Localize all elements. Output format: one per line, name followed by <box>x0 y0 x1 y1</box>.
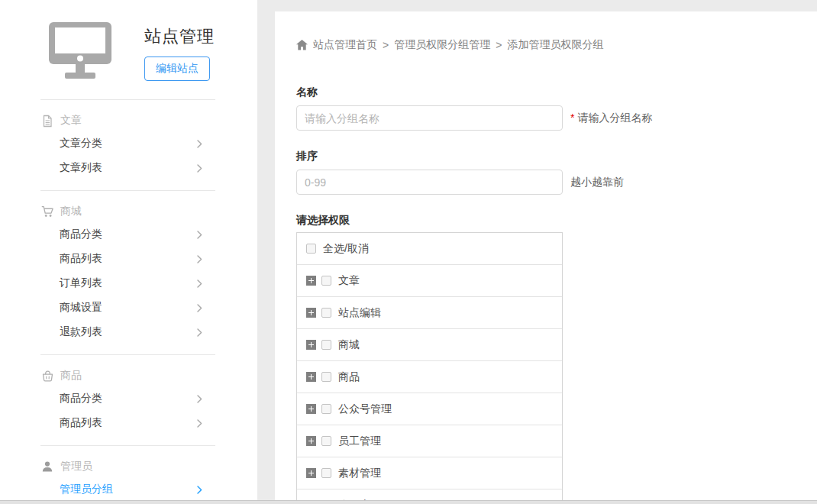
add-group-form: 名称 *请输入分组名称 排序 越小越靠前 请选择权限 全选/取消文章站点编辑商城… <box>296 86 817 504</box>
sidebar-item[interactable]: 商品分类 <box>0 386 257 411</box>
sort-label: 排序 <box>296 150 817 163</box>
required-asterisk: * <box>570 111 574 124</box>
sidebar-item[interactable]: 商城设置 <box>0 296 257 320</box>
sidebar-item-label: 文章列表 <box>60 161 102 175</box>
sidebar-item[interactable]: 商品分类 <box>0 222 257 247</box>
sidebar-item[interactable]: 管理员分组 <box>0 477 257 502</box>
sidebar-section-header: 商品 <box>0 365 257 386</box>
group-name-input[interactable] <box>296 105 563 131</box>
chevron-right-icon <box>197 164 202 173</box>
permissions-list: 全选/取消文章站点编辑商城商品公众号管理员工管理素材管理小程序管理 <box>296 232 563 504</box>
main-content: 站点管理首页>管理员权限分组管理>添加管理员权限分组 名称 *请输入分组名称 排… <box>275 11 817 504</box>
permission-row-group: 商品 <box>297 361 562 393</box>
permission-checkbox[interactable] <box>321 276 331 286</box>
sidebar-item-label: 商城设置 <box>60 301 102 315</box>
breadcrumb-separator: > <box>496 39 502 51</box>
expand-plus-icon[interactable] <box>306 308 316 318</box>
permission-label: 商城 <box>338 338 360 352</box>
sidebar-section: 管理员管理员分组 <box>0 456 257 504</box>
expand-plus-icon[interactable] <box>306 372 316 382</box>
sidebar-divider <box>40 445 215 446</box>
permission-label: 站点编辑 <box>338 306 381 320</box>
sidebar-item[interactable]: 订单列表 <box>0 271 257 296</box>
file-text-icon <box>41 115 54 128</box>
expand-plus-icon[interactable] <box>306 404 316 414</box>
breadcrumb-current: 添加管理员权限分组 <box>507 38 603 52</box>
breadcrumb: 站点管理首页>管理员权限分组管理>添加管理员权限分组 <box>296 38 817 52</box>
sidebar-item-label: 退款列表 <box>60 325 102 339</box>
sidebar-divider <box>40 190 215 191</box>
name-hint-text: 请输入分组名称 <box>577 111 652 124</box>
permission-row-group: 公众号管理 <box>297 393 562 425</box>
sidebar-item-label: 管理员分组 <box>60 483 113 496</box>
sidebar-section-label: 商品 <box>60 369 82 383</box>
expand-plus-icon[interactable] <box>306 340 316 350</box>
home-icon <box>296 40 308 50</box>
edit-site-button[interactable]: 编辑站点 <box>144 57 210 81</box>
sidebar-section-header: 文章 <box>0 110 257 131</box>
breadcrumb-separator: > <box>383 39 389 51</box>
permission-row-group: 素材管理 <box>297 457 562 489</box>
permission-row-select-all: 全选/取消 <box>297 233 562 265</box>
chevron-right-icon <box>197 419 202 428</box>
breadcrumb-link[interactable]: 管理员权限分组管理 <box>394 38 490 52</box>
sort-order-input[interactable] <box>296 170 563 195</box>
permission-row-group: 站点编辑 <box>297 297 562 329</box>
name-hint: *请输入分组名称 <box>570 111 652 125</box>
permission-label: 全选/取消 <box>323 242 369 256</box>
expand-plus-icon[interactable] <box>306 436 316 446</box>
permission-label: 文章 <box>338 274 360 288</box>
permission-checkbox[interactable] <box>321 372 331 382</box>
sidebar-section: 文章文章分类文章列表 <box>0 110 257 190</box>
sidebar-item[interactable]: 文章列表 <box>0 156 257 180</box>
sort-hint: 越小越靠前 <box>570 176 624 189</box>
sidebar-nav: 文章文章分类文章列表商城商品分类商品列表订单列表商城设置退款列表商品商品分类商品… <box>0 99 257 504</box>
user-icon <box>41 460 54 473</box>
sidebar-section-label: 文章 <box>60 114 82 128</box>
name-label: 名称 <box>296 86 817 99</box>
sidebar-item[interactable]: 商品列表 <box>0 247 257 271</box>
monitor-icon <box>49 22 111 82</box>
permission-label: 商品 <box>338 370 360 384</box>
chevron-right-icon <box>197 255 202 263</box>
sidebar-section-label: 商城 <box>60 205 82 218</box>
sidebar-item-label: 文章分类 <box>60 137 102 150</box>
site-profile: 站点管理 编辑站点 <box>0 0 257 99</box>
chevron-right-icon <box>197 304 202 312</box>
permission-row-group: 商城 <box>297 329 562 361</box>
sidebar-item-label: 商品分类 <box>60 392 102 405</box>
sidebar: 站点管理 编辑站点 文章文章分类文章列表商城商品分类商品列表订单列表商城设置退款… <box>0 0 257 504</box>
chevron-right-icon <box>197 328 202 337</box>
permission-row-group: 员工管理 <box>297 425 562 457</box>
chevron-right-icon <box>197 140 202 148</box>
site-title: 站点管理 <box>144 25 215 48</box>
permission-checkbox[interactable] <box>321 308 331 318</box>
sidebar-divider <box>40 354 215 355</box>
expand-plus-icon[interactable] <box>306 468 316 478</box>
permission-checkbox[interactable] <box>321 436 331 446</box>
chevron-right-icon <box>197 231 202 239</box>
sidebar-item-label: 订单列表 <box>60 276 102 290</box>
sidebar-item-label: 商品列表 <box>60 252 102 266</box>
sidebar-item[interactable]: 退款列表 <box>0 320 257 344</box>
permission-checkbox[interactable] <box>321 340 331 350</box>
sidebar-item-label: 商品分类 <box>60 228 102 241</box>
permission-checkbox[interactable] <box>321 404 331 414</box>
sidebar-item-label: 商品列表 <box>60 416 102 430</box>
chevron-right-icon <box>197 486 202 494</box>
permission-checkbox[interactable] <box>321 468 331 478</box>
sidebar-section-header: 商城 <box>0 201 257 222</box>
chevron-right-icon <box>197 395 202 403</box>
permissions-label: 请选择权限 <box>296 214 817 228</box>
sidebar-section: 商城商品分类商品列表订单列表商城设置退款列表 <box>0 201 257 354</box>
sidebar-section: 商品商品分类商品列表 <box>0 365 257 445</box>
permission-label: 公众号管理 <box>338 402 392 416</box>
horizontal-scrollbar[interactable] <box>0 500 817 504</box>
basket-icon <box>41 370 54 383</box>
sidebar-item[interactable]: 文章分类 <box>0 131 257 156</box>
permission-checkbox[interactable] <box>306 244 316 254</box>
breadcrumb-link[interactable]: 站点管理首页 <box>313 38 377 52</box>
sidebar-item[interactable]: 商品列表 <box>0 411 257 435</box>
chevron-right-icon <box>197 279 202 288</box>
expand-plus-icon[interactable] <box>306 276 316 286</box>
